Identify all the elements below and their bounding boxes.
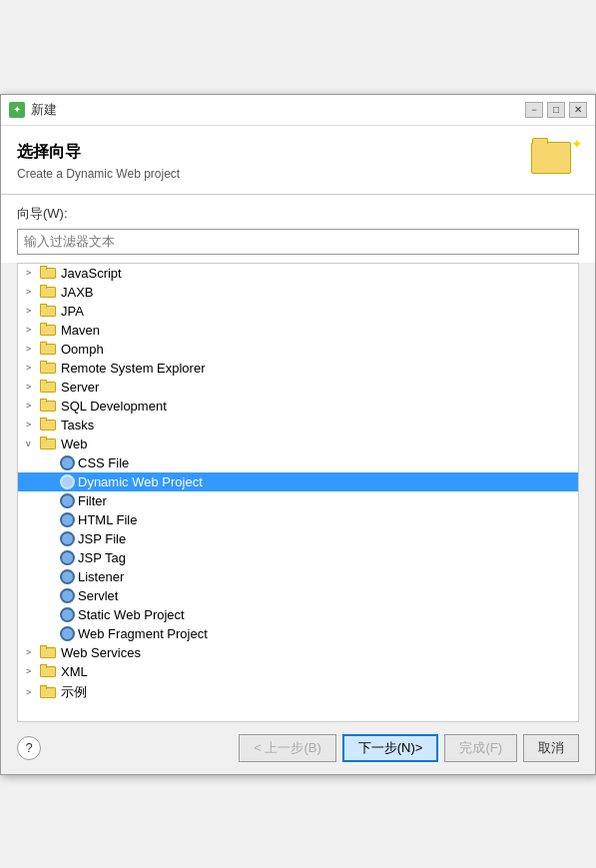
minimize-button[interactable]: － <box>525 102 543 118</box>
tree-item-jpa[interactable]: > JPA <box>18 302 578 321</box>
item-label: Dynamic Web Project <box>78 474 203 489</box>
tree-item-dynamic-web-project[interactable]: Dynamic Web Project <box>18 472 578 491</box>
folder-icon <box>40 304 58 318</box>
item-label: JavaScript <box>61 266 122 281</box>
item-label: Servlet <box>78 588 118 603</box>
item-type-icon <box>60 455 75 470</box>
folder-icon <box>40 266 58 280</box>
item-type-icon <box>60 626 75 641</box>
window-icon: ✦ <box>9 102 25 118</box>
toggle-icon: > <box>26 325 40 335</box>
item-label: Web Services <box>61 645 141 660</box>
folder-icon <box>40 645 58 659</box>
item-type-icon <box>60 531 75 546</box>
filter-input[interactable] <box>17 229 579 255</box>
folder-icon <box>40 436 58 450</box>
item-label: Tasks <box>61 418 94 433</box>
item-type-icon <box>60 569 75 584</box>
item-type-icon <box>60 607 75 622</box>
toggle-icon: > <box>26 268 40 278</box>
bottom-section: ? < 上一步(B) 下一步(N)> 完成(F) 取消 <box>1 722 595 774</box>
item-label: Web Fragment Project <box>78 626 208 641</box>
titlebar: ✦ 新建 － □ ✕ <box>1 95 595 126</box>
back-button[interactable]: < 上一步(B) <box>239 734 336 762</box>
tree-item-jsp-tag[interactable]: JSP Tag <box>18 548 578 567</box>
toggle-icon: > <box>26 687 40 697</box>
finish-button[interactable]: 完成(F) <box>444 734 517 762</box>
item-label: 示例 <box>61 683 87 701</box>
filter-section: 向导(W): <box>1 195 595 263</box>
tree-item-html-file[interactable]: HTML File <box>18 510 578 529</box>
folder-icon <box>40 399 58 413</box>
tree-item-example[interactable]: > 示例 <box>18 681 578 703</box>
toggle-icon: > <box>26 306 40 316</box>
tree-item-xml[interactable]: > XML <box>18 662 578 681</box>
item-label: SQL Development <box>61 399 167 414</box>
folder-icon <box>40 685 58 699</box>
item-label: JAXB <box>61 285 94 300</box>
tree-item-oomph[interactable]: > Oomph <box>18 340 578 359</box>
tree-item-maven[interactable]: > Maven <box>18 321 578 340</box>
window-title: 新建 <box>31 101 57 119</box>
item-label: Static Web Project <box>78 607 185 622</box>
header-section: 选择向导 Create a Dynamic Web project ✦ <box>1 126 595 195</box>
tree-item-web[interactable]: v Web <box>18 434 578 453</box>
folder-icon <box>40 418 58 432</box>
tree-item-servlet[interactable]: Servlet <box>18 586 578 605</box>
close-button[interactable]: ✕ <box>569 102 587 118</box>
toggle-icon: > <box>26 287 40 297</box>
new-wizard-window: ✦ 新建 － □ ✕ 选择向导 Create a Dynamic Web pro… <box>0 94 596 775</box>
item-label: Web <box>61 436 88 451</box>
tree-item-static-web-project[interactable]: Static Web Project <box>18 605 578 624</box>
cancel-button[interactable]: 取消 <box>523 734 579 762</box>
item-label: Filter <box>78 493 107 508</box>
item-label: JSP Tag <box>78 550 126 565</box>
item-label: Server <box>61 380 99 395</box>
folder-star-icon: ✦ <box>571 136 583 152</box>
maximize-button[interactable]: □ <box>547 102 565 118</box>
folder-icon <box>40 361 58 375</box>
tree-item-filter[interactable]: Filter <box>18 491 578 510</box>
item-label: CSS File <box>78 455 129 470</box>
toggle-icon: > <box>26 666 40 676</box>
folder-icon <box>40 285 58 299</box>
folder-icon-large <box>531 142 571 174</box>
tree-item-remote-system-explorer[interactable]: > Remote System Explorer <box>18 359 578 378</box>
folder-icon <box>40 380 58 394</box>
tree-item-tasks[interactable]: > Tasks <box>18 416 578 434</box>
folder-icon <box>40 323 58 337</box>
tree-item-listener[interactable]: Listener <box>18 567 578 586</box>
item-type-icon <box>60 493 75 508</box>
tree-item-web-fragment-project[interactable]: Web Fragment Project <box>18 624 578 643</box>
tree-item-jaxb[interactable]: > JAXB <box>18 283 578 302</box>
tree-item-sql-development[interactable]: > SQL Development <box>18 397 578 416</box>
toggle-icon: > <box>26 420 40 430</box>
tree-container[interactable]: > JavaScript> JAXB> JPA> Maven> Oomph> R… <box>17 263 579 722</box>
tree-item-web-services[interactable]: > Web Services <box>18 643 578 662</box>
item-label: XML <box>61 664 88 679</box>
tree-item-css-file[interactable]: CSS File <box>18 453 578 472</box>
page-title: 选择向导 <box>17 142 180 163</box>
item-label: JSP File <box>78 531 126 546</box>
tree-item-jsp-file[interactable]: JSP File <box>18 529 578 548</box>
item-type-icon <box>60 588 75 603</box>
item-label: Remote System Explorer <box>61 361 206 376</box>
item-label: Maven <box>61 323 100 338</box>
folder-icon <box>40 342 58 356</box>
toggle-icon: v <box>26 438 40 448</box>
item-label: HTML File <box>78 512 137 527</box>
item-label: Listener <box>78 569 124 584</box>
item-label: JPA <box>61 304 84 319</box>
item-type-icon <box>60 474 75 489</box>
folder-icon <box>40 664 58 678</box>
filter-label: 向导(W): <box>17 205 579 223</box>
toggle-icon: > <box>26 382 40 392</box>
next-button[interactable]: 下一步(N)> <box>342 734 439 762</box>
page-subtitle: Create a Dynamic Web project <box>17 167 180 181</box>
toggle-icon: > <box>26 647 40 657</box>
tree-item-javascript[interactable]: > JavaScript <box>18 264 578 283</box>
toggle-icon: > <box>26 363 40 373</box>
item-type-icon <box>60 550 75 565</box>
tree-item-server[interactable]: > Server <box>18 378 578 397</box>
help-button[interactable]: ? <box>17 736 41 760</box>
